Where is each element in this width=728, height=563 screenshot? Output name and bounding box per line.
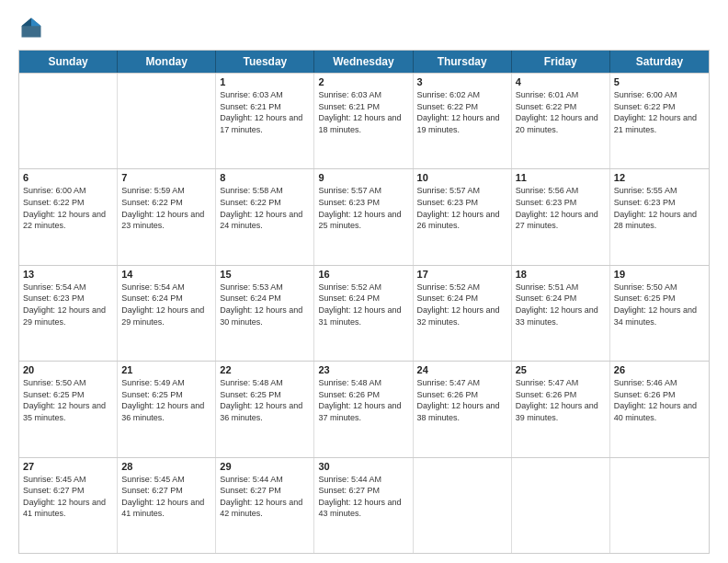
day-number: 2 [318, 76, 408, 87]
day-number: 4 [516, 76, 606, 87]
day-header-monday: Monday [118, 51, 216, 73]
day-number: 24 [417, 364, 507, 375]
day-detail: Sunrise: 5:54 AM Sunset: 6:23 PM Dayligh… [23, 282, 113, 327]
day-detail: Sunrise: 6:01 AM Sunset: 6:22 PM Dayligh… [516, 89, 606, 135]
week-row-0: 1Sunrise: 6:03 AM Sunset: 6:21 PM Daylig… [19, 73, 709, 168]
day-header-thursday: Thursday [414, 51, 512, 73]
week-row-1: 6Sunrise: 6:00 AM Sunset: 6:22 PM Daylig… [19, 168, 709, 264]
calendar-cell [118, 74, 216, 168]
day-number: 12 [614, 172, 705, 183]
calendar-cell [610, 458, 709, 553]
calendar-cell: 14Sunrise: 5:54 AM Sunset: 6:24 PM Dayli… [118, 266, 216, 361]
week-row-4: 27Sunrise: 5:45 AM Sunset: 6:27 PM Dayli… [19, 457, 709, 553]
calendar-cell: 22Sunrise: 5:48 AM Sunset: 6:25 PM Dayli… [216, 362, 314, 456]
calendar-cell: 13Sunrise: 5:54 AM Sunset: 6:23 PM Dayli… [19, 266, 118, 361]
day-number: 20 [23, 364, 113, 375]
day-detail: Sunrise: 5:47 AM Sunset: 6:26 PM Dayligh… [417, 377, 507, 423]
day-number: 9 [318, 172, 408, 183]
logo [18, 15, 48, 40]
day-detail: Sunrise: 5:52 AM Sunset: 6:24 PM Dayligh… [417, 282, 507, 327]
calendar-cell: 24Sunrise: 5:47 AM Sunset: 6:26 PM Dayli… [414, 362, 512, 456]
day-number: 7 [121, 172, 211, 183]
calendar-cell [19, 74, 118, 168]
calendar-cell [512, 458, 610, 553]
day-number: 1 [220, 76, 310, 87]
calendar-cell: 20Sunrise: 5:50 AM Sunset: 6:25 PM Dayli… [19, 362, 118, 456]
day-detail: Sunrise: 5:45 AM Sunset: 6:27 PM Dayligh… [121, 474, 211, 520]
day-detail: Sunrise: 5:46 AM Sunset: 6:26 PM Dayligh… [614, 377, 705, 423]
day-detail: Sunrise: 5:54 AM Sunset: 6:24 PM Dayligh… [121, 282, 211, 327]
day-detail: Sunrise: 6:03 AM Sunset: 6:21 PM Dayligh… [220, 89, 310, 135]
calendar-cell: 25Sunrise: 5:47 AM Sunset: 6:26 PM Dayli… [512, 362, 610, 456]
day-detail: Sunrise: 5:53 AM Sunset: 6:24 PM Dayligh… [220, 282, 310, 327]
svg-marker-1 [31, 18, 41, 27]
day-number: 22 [220, 364, 310, 375]
calendar-body: 1Sunrise: 6:03 AM Sunset: 6:21 PM Daylig… [19, 73, 709, 553]
day-number: 25 [516, 364, 606, 375]
calendar-cell: 17Sunrise: 5:52 AM Sunset: 6:24 PM Dayli… [414, 266, 512, 361]
day-number: 6 [23, 172, 113, 183]
day-detail: Sunrise: 5:50 AM Sunset: 6:25 PM Dayligh… [614, 282, 705, 327]
day-number: 28 [121, 461, 211, 472]
day-header-tuesday: Tuesday [216, 51, 314, 73]
calendar-cell: 18Sunrise: 5:51 AM Sunset: 6:24 PM Dayli… [512, 266, 610, 361]
calendar-cell: 26Sunrise: 5:46 AM Sunset: 6:26 PM Dayli… [610, 362, 709, 456]
day-detail: Sunrise: 5:44 AM Sunset: 6:27 PM Dayligh… [220, 474, 310, 520]
calendar-cell: 15Sunrise: 5:53 AM Sunset: 6:24 PM Dayli… [216, 266, 314, 361]
calendar-cell: 16Sunrise: 5:52 AM Sunset: 6:24 PM Dayli… [314, 266, 413, 361]
day-number: 14 [121, 269, 211, 280]
day-detail: Sunrise: 5:57 AM Sunset: 6:23 PM Dayligh… [417, 185, 507, 231]
day-number: 5 [614, 76, 705, 87]
day-detail: Sunrise: 5:57 AM Sunset: 6:23 PM Dayligh… [318, 185, 408, 231]
calendar-cell: 23Sunrise: 5:48 AM Sunset: 6:26 PM Dayli… [314, 362, 413, 456]
week-row-3: 20Sunrise: 5:50 AM Sunset: 6:25 PM Dayli… [19, 361, 709, 456]
day-detail: Sunrise: 5:51 AM Sunset: 6:24 PM Dayligh… [516, 282, 606, 327]
calendar-cell: 7Sunrise: 5:59 AM Sunset: 6:22 PM Daylig… [118, 169, 216, 264]
day-detail: Sunrise: 6:02 AM Sunset: 6:22 PM Dayligh… [417, 89, 507, 135]
day-detail: Sunrise: 5:58 AM Sunset: 6:22 PM Dayligh… [220, 185, 310, 231]
day-detail: Sunrise: 5:44 AM Sunset: 6:27 PM Dayligh… [318, 474, 408, 520]
svg-marker-2 [22, 18, 32, 27]
day-detail: Sunrise: 5:48 AM Sunset: 6:26 PM Dayligh… [318, 377, 408, 423]
day-number: 18 [516, 269, 606, 280]
calendar-cell: 8Sunrise: 5:58 AM Sunset: 6:22 PM Daylig… [216, 169, 314, 264]
day-number: 29 [220, 461, 310, 472]
calendar-cell: 6Sunrise: 6:00 AM Sunset: 6:22 PM Daylig… [19, 169, 118, 264]
day-detail: Sunrise: 6:03 AM Sunset: 6:21 PM Dayligh… [318, 89, 408, 135]
day-detail: Sunrise: 5:59 AM Sunset: 6:22 PM Dayligh… [121, 185, 211, 231]
calendar-cell: 12Sunrise: 5:55 AM Sunset: 6:23 PM Dayli… [610, 169, 709, 264]
day-detail: Sunrise: 5:50 AM Sunset: 6:25 PM Dayligh… [23, 377, 113, 423]
page: SundayMondayTuesdayWednesdayThursdayFrid… [0, 0, 728, 563]
calendar-cell: 28Sunrise: 5:45 AM Sunset: 6:27 PM Dayli… [118, 458, 216, 553]
day-number: 13 [23, 269, 113, 280]
day-detail: Sunrise: 5:49 AM Sunset: 6:25 PM Dayligh… [121, 377, 211, 423]
calendar-cell: 19Sunrise: 5:50 AM Sunset: 6:25 PM Dayli… [610, 266, 709, 361]
day-header-saturday: Saturday [610, 51, 709, 73]
day-detail: Sunrise: 5:45 AM Sunset: 6:27 PM Dayligh… [23, 474, 113, 520]
calendar-cell [414, 458, 512, 553]
day-number: 26 [614, 364, 705, 375]
calendar-cell: 27Sunrise: 5:45 AM Sunset: 6:27 PM Dayli… [19, 458, 118, 553]
day-number: 17 [417, 269, 507, 280]
calendar-cell: 30Sunrise: 5:44 AM Sunset: 6:27 PM Dayli… [314, 458, 413, 553]
day-header-friday: Friday [512, 51, 610, 73]
calendar-cell: 9Sunrise: 5:57 AM Sunset: 6:23 PM Daylig… [314, 169, 413, 264]
header [18, 15, 710, 40]
day-detail: Sunrise: 5:55 AM Sunset: 6:23 PM Dayligh… [614, 185, 705, 231]
calendar-cell: 1Sunrise: 6:03 AM Sunset: 6:21 PM Daylig… [216, 74, 314, 168]
day-detail: Sunrise: 6:00 AM Sunset: 6:22 PM Dayligh… [23, 185, 113, 231]
day-number: 8 [220, 172, 310, 183]
calendar-cell: 3Sunrise: 6:02 AM Sunset: 6:22 PM Daylig… [414, 74, 512, 168]
day-number: 15 [220, 269, 310, 280]
day-number: 16 [318, 269, 408, 280]
day-number: 27 [23, 461, 113, 472]
calendar-cell: 11Sunrise: 5:56 AM Sunset: 6:23 PM Dayli… [512, 169, 610, 264]
day-header-wednesday: Wednesday [314, 51, 413, 73]
calendar-cell: 2Sunrise: 6:03 AM Sunset: 6:21 PM Daylig… [314, 74, 413, 168]
week-row-2: 13Sunrise: 5:54 AM Sunset: 6:23 PM Dayli… [19, 265, 709, 361]
day-header-sunday: Sunday [19, 51, 118, 73]
day-detail: Sunrise: 5:56 AM Sunset: 6:23 PM Dayligh… [516, 185, 606, 231]
calendar-header-row: SundayMondayTuesdayWednesdayThursdayFrid… [19, 51, 709, 73]
day-number: 10 [417, 172, 507, 183]
logo-icon [18, 15, 44, 40]
